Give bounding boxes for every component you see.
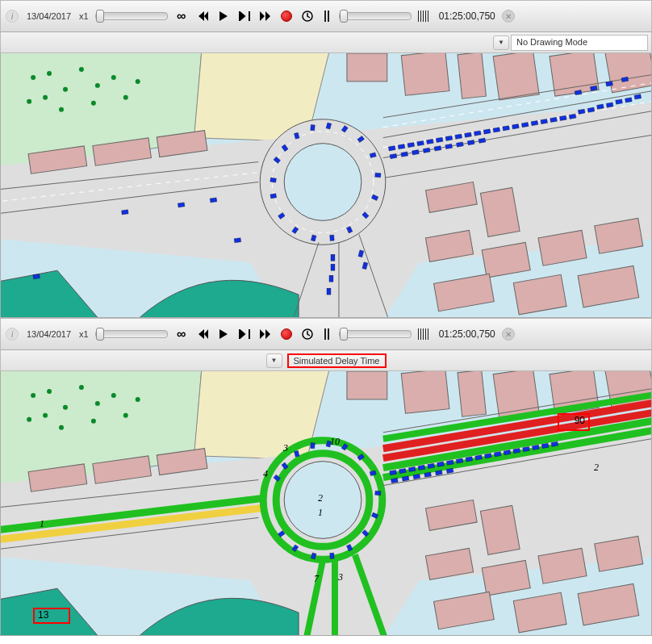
drawing-mode-bar-2: ▼ Simulated Delay Time bbox=[0, 350, 652, 371]
segment-label-4: 4 bbox=[263, 468, 268, 480]
svg-rect-9 bbox=[401, 53, 449, 95]
svg-rect-13 bbox=[605, 53, 651, 93]
svg-rect-96 bbox=[270, 178, 277, 182]
svg-point-37 bbox=[284, 144, 362, 221]
svg-point-133 bbox=[47, 389, 52, 394]
close-icon[interactable]: ✕ bbox=[502, 328, 515, 341]
svg-point-146 bbox=[284, 462, 362, 539]
skip-forward-icon[interactable] bbox=[237, 327, 252, 341]
svg-point-26 bbox=[63, 87, 68, 92]
skip-back-icon[interactable] bbox=[195, 327, 210, 341]
svg-rect-183 bbox=[330, 553, 335, 558]
svg-point-139 bbox=[59, 425, 64, 430]
drawing-mode-bar: ▼ No Drawing Mode bbox=[0, 32, 652, 53]
svg-point-137 bbox=[43, 413, 48, 418]
fast-forward-icon[interactable] bbox=[258, 9, 273, 23]
end-marker-icon bbox=[418, 328, 429, 340]
progress-slider[interactable] bbox=[339, 12, 412, 20]
svg-rect-99 bbox=[178, 203, 185, 207]
svg-rect-105 bbox=[327, 288, 331, 295]
map-svg-bottom bbox=[1, 371, 651, 635]
clock-icon[interactable] bbox=[300, 9, 315, 23]
svg-point-34 bbox=[91, 101, 96, 106]
skip-forward-icon[interactable] bbox=[237, 9, 252, 23]
record-icon[interactable] bbox=[279, 9, 294, 23]
svg-rect-104 bbox=[329, 275, 333, 282]
segment-label-2: 2 bbox=[318, 492, 323, 504]
segment-label-1b: 1 bbox=[318, 507, 323, 519]
svg-rect-82 bbox=[311, 124, 316, 130]
svg-point-24 bbox=[31, 75, 36, 80]
svg-point-35 bbox=[27, 99, 31, 104]
mode-dropdown-arrow[interactable]: ▼ bbox=[493, 36, 509, 50]
timestamp-label: 01:25:00,750 bbox=[439, 10, 495, 22]
info-icon[interactable]: i bbox=[6, 328, 19, 341]
svg-point-32 bbox=[123, 95, 128, 100]
clock-icon[interactable] bbox=[300, 327, 315, 341]
end-marker-icon bbox=[418, 10, 429, 22]
annotation-13: 13 bbox=[33, 608, 70, 624]
play-icon[interactable] bbox=[216, 327, 231, 341]
svg-point-135 bbox=[79, 385, 84, 390]
speed-label: x1 bbox=[79, 329, 89, 339]
panel-top: i 13/04/2017 x1 ∞ 01:25:00,750 ✕ bbox=[0, 0, 652, 318]
fast-forward-icon[interactable] bbox=[258, 327, 273, 341]
drawing-mode-field[interactable]: No Drawing Mode bbox=[511, 35, 648, 51]
mode-dropdown-arrow[interactable]: ▼ bbox=[266, 353, 282, 368]
svg-rect-103 bbox=[331, 264, 335, 270]
svg-rect-116 bbox=[347, 371, 387, 399]
svg-rect-98 bbox=[122, 210, 129, 215]
svg-point-30 bbox=[111, 75, 116, 80]
svg-point-28 bbox=[95, 83, 100, 88]
svg-point-25 bbox=[47, 71, 52, 76]
svg-rect-95 bbox=[270, 194, 277, 199]
drawing-mode-highlight: Simulated Delay Time bbox=[287, 353, 387, 368]
svg-rect-91 bbox=[330, 235, 335, 240]
progress-slider[interactable] bbox=[339, 330, 412, 338]
map-svg-top bbox=[1, 53, 651, 317]
speed-slider[interactable] bbox=[95, 12, 168, 20]
map-view-top[interactable] bbox=[0, 53, 652, 318]
svg-rect-11 bbox=[493, 53, 539, 100]
svg-point-138 bbox=[111, 393, 116, 398]
svg-rect-179 bbox=[375, 491, 381, 496]
close-icon[interactable]: ✕ bbox=[502, 10, 515, 23]
svg-rect-8 bbox=[347, 53, 387, 82]
annotation-90: 90 bbox=[558, 413, 590, 431]
segment-label-3: 3 bbox=[283, 442, 288, 454]
segment-label-3b: 3 bbox=[338, 571, 343, 583]
svg-point-136 bbox=[95, 401, 100, 406]
svg-rect-97 bbox=[33, 274, 40, 279]
svg-point-132 bbox=[31, 393, 36, 398]
segment-label-2b: 2 bbox=[594, 462, 599, 474]
svg-rect-87 bbox=[375, 173, 381, 178]
svg-point-141 bbox=[136, 397, 140, 402]
segment-label-10: 10 bbox=[330, 436, 340, 448]
svg-point-134 bbox=[63, 405, 68, 410]
svg-rect-118 bbox=[458, 371, 486, 416]
record-icon[interactable] bbox=[279, 327, 294, 341]
speed-slider[interactable] bbox=[95, 330, 168, 338]
play-icon[interactable] bbox=[216, 9, 231, 23]
svg-point-142 bbox=[91, 419, 96, 424]
svg-point-33 bbox=[136, 79, 140, 84]
info-icon[interactable]: i bbox=[6, 10, 19, 23]
pause-icon[interactable] bbox=[321, 328, 332, 340]
infinity-icon[interactable]: ∞ bbox=[174, 327, 189, 341]
svg-point-29 bbox=[43, 95, 48, 100]
svg-point-143 bbox=[27, 417, 31, 422]
pause-icon[interactable] bbox=[321, 10, 332, 22]
playback-toolbar: i 13/04/2017 x1 ∞ 01:25:00,750 ✕ bbox=[0, 0, 652, 32]
segment-label-7: 7 bbox=[314, 573, 319, 585]
svg-point-27 bbox=[79, 67, 84, 72]
svg-point-140 bbox=[123, 413, 128, 418]
svg-rect-100 bbox=[210, 198, 217, 203]
map-view-bottom[interactable]: 1 1 2 2 3 3 4 7 10 90 13 bbox=[0, 371, 652, 636]
svg-rect-101 bbox=[234, 238, 241, 243]
date-label: 13/04/2017 bbox=[27, 11, 71, 21]
infinity-icon[interactable]: ∞ bbox=[174, 9, 189, 23]
svg-rect-117 bbox=[401, 371, 449, 413]
svg-rect-102 bbox=[331, 254, 335, 261]
skip-back-icon[interactable] bbox=[195, 9, 210, 23]
panel-bottom: i 13/04/2017 x1 ∞ 01:25:00,750 ✕ ▼ Simul… bbox=[0, 318, 652, 636]
